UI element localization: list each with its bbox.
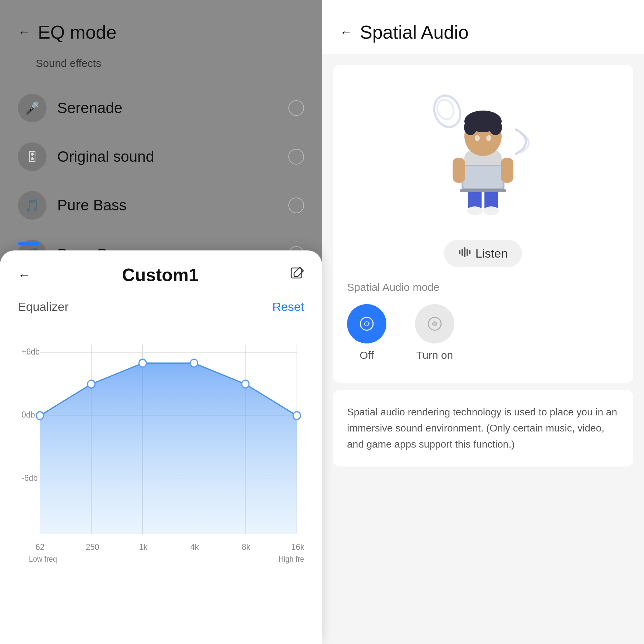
eq-page-title: EQ mode — [38, 21, 117, 43]
sheet-edit-button[interactable] — [290, 267, 304, 284]
sheet-header: ← Custom1 — [18, 265, 304, 286]
sound-effects-label: Sound effects — [18, 57, 304, 69]
svg-rect-47 — [462, 249, 463, 256]
svg-point-16 — [190, 359, 198, 367]
spatial-audio-header: ← Spatial Audio — [322, 0, 644, 54]
svg-text:0db: 0db — [21, 410, 35, 419]
svg-point-31 — [467, 206, 483, 215]
svg-rect-50 — [469, 250, 470, 254]
pure-bass-label: Pure Bass — [57, 197, 288, 214]
original-sound-label: Original sound — [57, 148, 288, 165]
svg-point-54 — [433, 322, 436, 326]
svg-text:-6db: -6db — [21, 473, 38, 483]
svg-point-17 — [242, 380, 249, 388]
spatial-off-label: Off — [360, 349, 374, 361]
svg-rect-49 — [467, 249, 468, 256]
svg-point-43 — [489, 119, 502, 135]
svg-text:8k: 8k — [242, 542, 250, 552]
spatial-turnon-label: Turn on — [416, 349, 453, 361]
svg-text:62: 62 — [35, 542, 44, 552]
spatial-mode-label: Spatial Audio mode — [347, 281, 440, 293]
svg-point-28 — [435, 97, 456, 122]
character-illustration — [415, 79, 551, 229]
eq-back-arrow-icon: ← — [18, 25, 31, 40]
svg-text:16k: 16k — [291, 542, 304, 552]
spatial-turnon-circle — [415, 304, 454, 343]
serenade-item[interactable]: 🎤 Serenade — [0, 84, 322, 132]
svg-point-27 — [430, 92, 465, 131]
svg-text:250: 250 — [86, 542, 99, 552]
svg-point-44 — [475, 135, 480, 141]
spatial-mode-turn-on[interactable]: Turn on — [415, 304, 454, 361]
pure-bass-icon: 🎵 — [18, 191, 47, 220]
svg-text:High freq: High freq — [278, 555, 304, 564]
spatial-card: Listen Spatial Audio mode Off — [333, 65, 633, 383]
eq-chart-svg: +6db 0db -6db — [18, 321, 304, 589]
serenade-radio[interactable] — [288, 100, 304, 116]
eq-chart[interactable]: +6db 0db -6db — [18, 321, 304, 589]
svg-point-52 — [365, 322, 369, 326]
sheet-title: Custom1 — [122, 265, 199, 286]
svg-text:1k: 1k — [139, 542, 147, 552]
svg-text:4k: 4k — [190, 542, 199, 552]
listen-label: Listen — [475, 247, 508, 260]
svg-rect-38 — [501, 158, 513, 183]
equalizer-reset-row: Equalizer Reset — [18, 300, 304, 314]
sound-wave-icon — [458, 247, 471, 260]
svg-point-13 — [36, 412, 44, 420]
listen-button[interactable]: Listen — [444, 240, 522, 267]
spatial-mode-off[interactable]: Off — [347, 304, 386, 361]
pure-bass-item[interactable]: 🎵 Pure Bass — [0, 181, 322, 230]
original-sound-icon: 🎛 — [18, 142, 47, 171]
spatial-audio-panel: ← Spatial Audio — [322, 0, 644, 644]
reset-button[interactable]: Reset — [272, 300, 304, 314]
svg-point-18 — [293, 412, 301, 420]
svg-rect-46 — [459, 250, 460, 254]
svg-rect-36 — [460, 189, 506, 192]
original-sound-radio[interactable] — [288, 149, 304, 165]
spatial-audio-back-button[interactable]: ← — [340, 25, 353, 40]
spatial-off-circle — [347, 304, 386, 343]
svg-text:+6db: +6db — [21, 347, 40, 356]
pure-bass-radio[interactable] — [288, 197, 304, 213]
svg-point-15 — [139, 359, 146, 367]
sheet-back-button[interactable]: ← — [18, 268, 31, 283]
serenade-label: Serenade — [57, 99, 288, 117]
eq-mode-panel: ← EQ mode Sound effects 🎤 Serenade 🎛 Ori… — [0, 0, 322, 644]
svg-rect-48 — [464, 247, 465, 257]
original-sound-item[interactable]: 🎛 Original sound — [0, 132, 322, 181]
svg-point-45 — [486, 135, 491, 141]
spatial-audio-title: Spatial Audio — [360, 21, 469, 43]
spatial-description: Spatial audio rendering technology is us… — [333, 390, 633, 467]
svg-point-32 — [483, 206, 499, 215]
character-svg — [415, 79, 551, 229]
custom-equalizer-sheet: ← Custom1 Equalizer Reset — [0, 250, 322, 644]
svg-text:Low freq: Low freq — [29, 555, 57, 564]
eq-back-button[interactable]: ← EQ mode — [18, 21, 304, 43]
svg-point-42 — [464, 119, 477, 135]
svg-rect-37 — [453, 158, 465, 183]
eq-header-area: ← EQ mode Sound effects — [0, 0, 322, 84]
sheet-eq-label: Equalizer — [18, 300, 69, 314]
spatial-mode-options: Off Turn on — [347, 304, 454, 361]
svg-point-14 — [88, 380, 95, 388]
svg-rect-35 — [463, 166, 503, 188]
active-indicator — [18, 242, 39, 245]
serenade-icon: 🎤 — [18, 94, 47, 122]
